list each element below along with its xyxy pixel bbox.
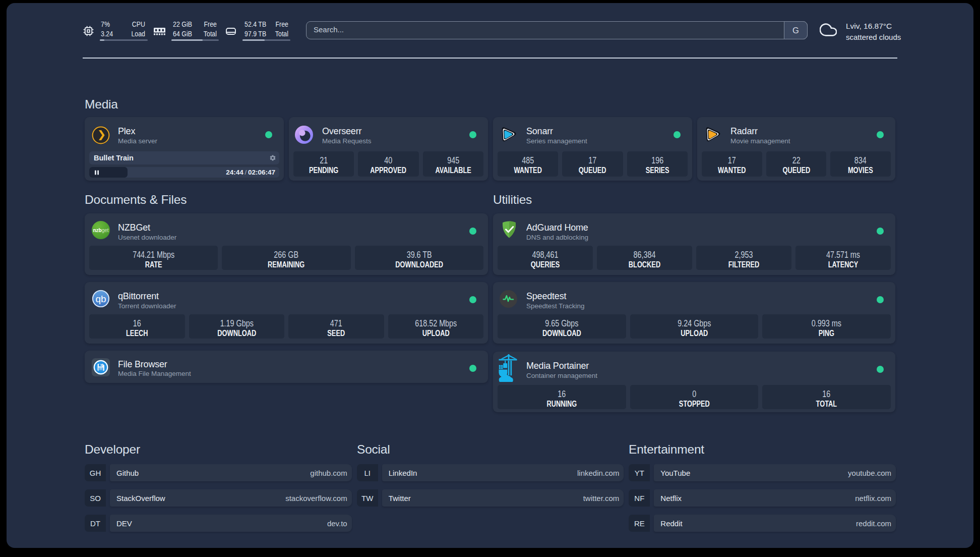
svg-text:nzbget: nzbget bbox=[93, 228, 108, 233]
svg-text:qb: qb bbox=[95, 294, 106, 304]
